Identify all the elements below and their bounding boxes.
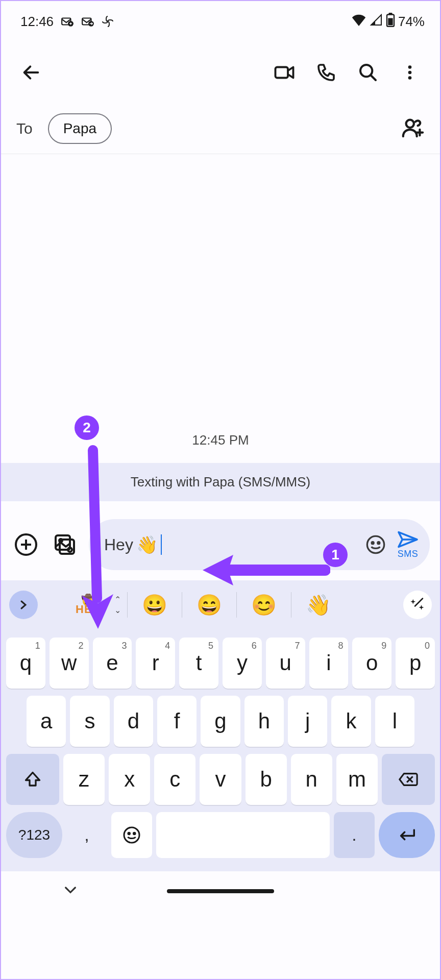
- key-v[interactable]: v: [200, 754, 241, 805]
- wifi-icon: [351, 14, 366, 30]
- key-i[interactable]: i8: [309, 638, 349, 689]
- phone-call-button[interactable]: [308, 55, 344, 90]
- emoji-suggestion-2[interactable]: 😄: [182, 590, 236, 620]
- key-n[interactable]: n: [291, 754, 332, 805]
- attach-button[interactable]: [11, 530, 41, 559]
- key-g[interactable]: g: [201, 696, 240, 747]
- keyboard-row-3: z x c v b n m: [6, 754, 435, 805]
- svg-point-20: [378, 542, 380, 544]
- annotation-badge-1: 1: [323, 543, 348, 567]
- conversation-area[interactable]: 12:45 PM Texting with Papa (SMS/MMS): [1, 154, 440, 509]
- svg-point-10: [408, 71, 412, 75]
- key-a[interactable]: a: [27, 696, 66, 747]
- home-gesture-bar[interactable]: [167, 889, 274, 893]
- key-l[interactable]: l: [375, 696, 414, 747]
- annotation-badge-2: 2: [75, 415, 99, 440]
- svg-rect-7: [276, 67, 288, 78]
- key-s[interactable]: s: [70, 696, 109, 747]
- message-timestamp: 12:45 PM: [1, 432, 440, 448]
- send-button[interactable]: SMS: [393, 530, 423, 559]
- svg-point-11: [408, 76, 412, 80]
- emoji-suggestion-1[interactable]: 😀: [128, 590, 182, 620]
- key-b[interactable]: b: [246, 754, 287, 805]
- key-o[interactable]: o9: [352, 638, 391, 689]
- text-cursor: [161, 534, 162, 555]
- recipient-row: To Papa: [1, 103, 440, 154]
- space-key[interactable]: [156, 812, 330, 858]
- svg-point-19: [372, 542, 374, 544]
- keyboard-row-1: q1 w2 e3 r4 t5 y6 u7 i8 o9 p0: [6, 638, 435, 689]
- annotation-arrow-1: [198, 550, 330, 591]
- keyboard: q1 w2 e3 r4 t5 y6 u7 i8 o9 p0 a s d f g …: [1, 629, 440, 871]
- annotation-arrow-2: [78, 445, 118, 634]
- key-k[interactable]: k: [331, 696, 371, 747]
- svg-point-21: [124, 827, 139, 843]
- backspace-key[interactable]: [382, 754, 435, 805]
- key-r[interactable]: r4: [136, 638, 175, 689]
- key-d[interactable]: d: [114, 696, 153, 747]
- battery-icon: [386, 13, 395, 31]
- status-bar: 12:46 74%: [1, 1, 440, 42]
- svg-point-23: [133, 832, 135, 835]
- svg-rect-5: [388, 13, 392, 15]
- system-nav-bar: [1, 871, 440, 911]
- svg-rect-6: [388, 18, 393, 25]
- key-u[interactable]: u7: [266, 638, 305, 689]
- battery-percent: 74%: [398, 14, 425, 30]
- add-recipient-button[interactable]: [401, 116, 425, 141]
- emoji-keyboard-key[interactable]: [111, 812, 152, 858]
- status-time: 12:46: [20, 14, 54, 30]
- gallery-button[interactable]: [50, 530, 80, 559]
- pinwheel-icon: [102, 15, 114, 28]
- magic-compose-button[interactable]: [403, 591, 432, 619]
- symbols-key[interactable]: ?123: [6, 812, 62, 858]
- to-label: To: [16, 120, 33, 137]
- period-key[interactable]: .: [334, 812, 375, 858]
- enter-key[interactable]: [379, 812, 435, 858]
- keyboard-row-4: ?123 , .: [6, 812, 435, 858]
- key-y[interactable]: y6: [223, 638, 262, 689]
- key-e[interactable]: e3: [93, 638, 132, 689]
- recipient-chip[interactable]: Papa: [48, 113, 112, 144]
- key-p[interactable]: p0: [396, 638, 435, 689]
- key-c[interactable]: c: [154, 754, 195, 805]
- svg-point-9: [408, 65, 412, 69]
- svg-point-18: [367, 536, 384, 553]
- key-x[interactable]: x: [109, 754, 150, 805]
- app-bar: [1, 42, 440, 103]
- notification-icon-1: [61, 15, 74, 28]
- key-j[interactable]: j: [288, 696, 327, 747]
- emoji-suggestion-3[interactable]: 😊: [237, 590, 291, 620]
- key-h[interactable]: h: [244, 696, 284, 747]
- send-mode-label: SMS: [398, 549, 419, 559]
- sms-mode-banner: Texting with Papa (SMS/MMS): [1, 463, 440, 501]
- keyboard-collapse-icon[interactable]: [62, 881, 79, 901]
- back-button[interactable]: [13, 55, 49, 90]
- wave-emoji-in-text: 👋: [136, 534, 158, 555]
- video-call-button[interactable]: [266, 55, 302, 90]
- key-m[interactable]: m: [336, 754, 378, 805]
- signal-icon: [370, 14, 383, 30]
- comma-key[interactable]: ,: [66, 812, 107, 858]
- more-options-button[interactable]: [392, 55, 428, 90]
- svg-point-22: [128, 832, 130, 835]
- expand-suggestions-button[interactable]: [9, 591, 38, 619]
- key-q[interactable]: q1: [6, 638, 45, 689]
- key-w[interactable]: w2: [50, 638, 89, 689]
- key-t[interactable]: t5: [179, 638, 218, 689]
- key-f[interactable]: f: [157, 696, 197, 747]
- emoji-suggestion-4[interactable]: 👋: [291, 590, 346, 620]
- notification-icon-2: [81, 15, 94, 28]
- key-z[interactable]: z: [63, 754, 105, 805]
- shift-key[interactable]: [6, 754, 59, 805]
- svg-point-12: [406, 119, 414, 127]
- search-button[interactable]: [350, 55, 386, 90]
- emoji-picker-button[interactable]: [363, 532, 388, 557]
- keyboard-row-2: a s d f g h j k l: [6, 696, 435, 747]
